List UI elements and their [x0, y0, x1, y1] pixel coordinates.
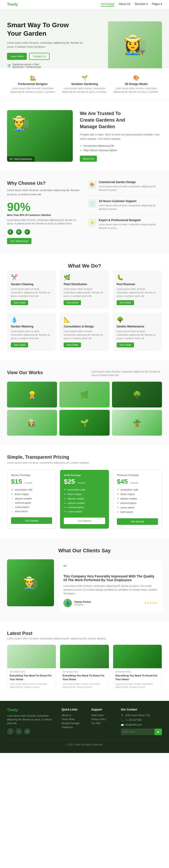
pricing-feature-item: aliquam sodales [117, 497, 158, 500]
footer-link-0[interactable]: About Us [62, 714, 87, 717]
pricing-feature-item: euismod aptent [117, 502, 158, 505]
twitter-icon[interactable]: t [15, 728, 22, 735]
pricing-features-2: consectetur nulla donec magna aliquam so… [117, 488, 158, 514]
features-section: 🏡 Professional Designer Lorem ipsum dolo… [0, 68, 169, 100]
pricing-feature-item: donec magna [117, 493, 158, 496]
footer-logo[interactable]: Treely [7, 708, 57, 712]
service-btn-4[interactable]: View Detail [64, 342, 81, 347]
feature-3d-design: 🎨 3D Design Model Lorem ipsum dolor sit … [110, 75, 162, 94]
works-description: Lorem ipsum dolor sit amet, consectetur … [92, 370, 162, 377]
testimonial-button[interactable]: Our Testimonial [7, 238, 31, 244]
latest-post-section: Latest Post Lorem ipsum dolor sit amet, … [0, 621, 169, 701]
nav-link-services[interactable]: Services [135, 2, 147, 7]
contact-address: 📍 1234 Lorem Street, City [121, 714, 162, 717]
newsletter-input[interactable] [121, 728, 155, 735]
service-btn-0[interactable]: View Detail [11, 300, 28, 305]
post-card-2[interactable]: 20 October 2021 Everything You Need To K… [113, 645, 162, 691]
post-desc-0: Lorem ipsum dolor sit amet, consectetur … [10, 683, 54, 689]
pricing-btn-1[interactable]: Get Started [64, 518, 105, 524]
service-desc-2: Lorem ipsum dolor sit amet, consectetur … [117, 287, 158, 298]
pricing-feature-item-disabled: euismod aptent [64, 506, 105, 509]
about-list-item-1: Vitae Dictum Nascetur Aptent [80, 149, 162, 152]
hero-description: Lorem ipsum dolor sit amet, consectetur … [7, 41, 84, 49]
email-icon: ✉️ [121, 724, 124, 726]
post-card-0[interactable]: 20 October 2021 Everything You Need To K… [7, 645, 56, 691]
why-feature-desc-2: Lorem ipsum dolor sit amet, consectetur … [99, 223, 162, 230]
service-title-3: Garden Watering [11, 325, 52, 328]
footer-link-2[interactable]: Mowing Package [62, 722, 87, 724]
post-card-1[interactable]: 20 October 2021 Everything You Need To K… [60, 645, 109, 691]
about-heading: We Are Trusted ToCreate Gardens AndManag… [80, 110, 162, 130]
footer-quick-links: Quick Links About Us Treely Mows Mowing … [62, 708, 87, 735]
nav-link-homepage[interactable]: Homepage [101, 2, 114, 7]
service-desc-0: Lorem ipsum dolor sit amet, consectetur … [11, 287, 52, 298]
work-image-2: 🌳 [112, 382, 162, 407]
pricing-btn-2[interactable]: Get Started [117, 518, 158, 525]
why-feature-desc-0: Lorem ipsum dolor sit amet, consectetur … [99, 185, 162, 192]
post-date-1: 20 October 2021 [62, 671, 106, 673]
pricing-feature-item: donec magna [64, 493, 105, 496]
pricing-features-1: consectetur nulla donec magna aliquam so… [64, 488, 105, 513]
work-image-0: 👷 [7, 382, 57, 407]
facebook-icon[interactable]: f [7, 728, 13, 735]
support-heading: Support [91, 708, 116, 711]
about-description: Fringilla odio in diam. Nunc et lorem at… [80, 133, 162, 141]
feature-desc-0: Lorem ipsum dolor sit amet, consectetur … [9, 87, 56, 94]
linkedin-icon[interactable]: in [24, 728, 31, 735]
why-description: Lorem ipsum dolor sit amet, consectetur … [7, 188, 81, 196]
service-btn-5[interactable]: View Detail [117, 342, 134, 347]
newsletter-submit-button[interactable]: ➤ [155, 728, 162, 735]
about-experience-badge: 10+ Years Experience [7, 156, 35, 162]
pricing-name-0: Starter Package [11, 474, 52, 476]
commercial-icon: 🎨 [88, 181, 97, 189]
pricing-card-starter: Starter Package $15 / month consectetur … [7, 470, 56, 529]
hero-image: 👩‍🌾 [108, 21, 162, 68]
pricing-feature-item-disabled: cursus aptent [64, 510, 105, 513]
footer-support-0[interactable]: Help Center [91, 714, 116, 717]
work-image-5: 🪴 [112, 410, 162, 436]
footer-link-1[interactable]: Treely Mows [62, 718, 87, 721]
why-left-content: Why Choose Us? Lorem ipsum dolor sit ame… [7, 181, 81, 244]
footer-support-1[interactable]: Privacy Policy [91, 718, 116, 721]
pricing-btn-0[interactable]: Get Started [11, 517, 52, 524]
pricing-card-platinum: Platinum Package $45 / month consectetur… [113, 470, 162, 529]
feature-title-1: Variation Gardening [61, 83, 108, 86]
why-percent: 90% [7, 200, 81, 214]
post-title-0: Everything You Need To Know For Your Hom… [10, 674, 54, 681]
footer-support: Support Help Center Privacy Policy Our F… [91, 708, 116, 735]
nav-links: Homepage About Us Services Pages [101, 2, 162, 7]
service-title-5: Garden Maintenance [117, 325, 158, 328]
hero-content: Smart Way To Grow Your Garden Lorem ipsu… [7, 19, 84, 68]
service-btn-1[interactable]: View Detail [64, 300, 81, 305]
nav-link-about[interactable]: About Us [119, 2, 130, 7]
footer-social: f t in [7, 728, 57, 735]
why-percent-desc: Lorem ipsum dolor sit amet, consectetur … [7, 218, 81, 225]
why-percent-label: More Than 90% Of Customers Satisfied [7, 214, 81, 216]
author-role: Designer [74, 603, 91, 606]
post-image-0 [7, 645, 56, 668]
footer-link-3[interactable]: Gardening [62, 726, 87, 728]
why-feature-title-0: Commercial Garden Design [99, 181, 162, 184]
author-name: Tomas Pertus [74, 600, 91, 603]
contact-phone-text: +1 234 567 890 [125, 719, 141, 721]
post-date-2: 20 October 2021 [115, 671, 159, 673]
hero-learn-button[interactable]: Learn More [7, 53, 27, 60]
service-desc-4: Lorem ipsum dolor sit amet, consectetur … [64, 330, 105, 340]
location-icon: 📍 [121, 714, 124, 717]
pricing-feature-item: donec magna [11, 493, 52, 496]
footer-support-2[interactable]: Our FAQ [91, 722, 116, 724]
about-button[interactable]: About Us [80, 156, 97, 162]
service-btn-2[interactable]: View Detail [117, 300, 134, 305]
hero-contact-button[interactable]: Contact Us [29, 53, 49, 60]
service-btn-3[interactable]: View Detail [11, 342, 28, 347]
support-icon: 🕐 [88, 199, 97, 208]
testimonials-heading: What Our Clients Say [7, 548, 162, 554]
contact-address-text: 1234 Lorem Street, City [125, 714, 150, 717]
nav-logo[interactable]: Treely [7, 2, 18, 7]
pricing-feature-item-disabled: euismod aptent [11, 501, 52, 504]
nav-link-pages[interactable]: Pages [152, 2, 162, 7]
service-desc-5: Lorem ipsum dolor sit amet, consectetur … [117, 330, 158, 340]
feature-professional-designer: 🏡 Professional Designer Lorem ipsum dolo… [7, 75, 59, 94]
pricing-feature-item-disabled: aliquam sodales [64, 502, 105, 504]
about-content: We Are Trusted ToCreate Gardens AndManag… [80, 110, 162, 161]
